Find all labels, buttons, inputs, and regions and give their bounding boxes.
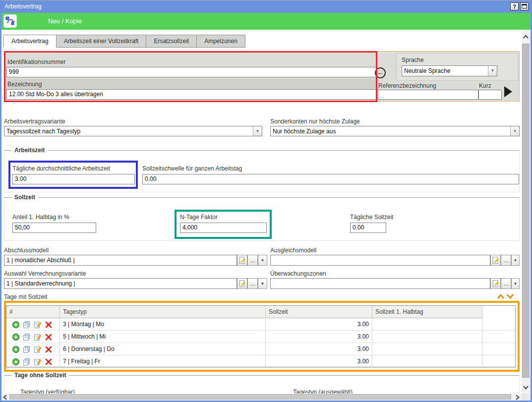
identifikationsnummer-label: Identifikationsnummer: [7, 58, 65, 65]
edit-row-icon[interactable]: [34, 321, 42, 329]
horizontal-scroll-thumb[interactable]: [9, 394, 511, 400]
chevron-down-icon[interactable]: ▼: [510, 126, 519, 136]
cell-halbtag[interactable]: [372, 318, 482, 331]
cell-empty: [482, 355, 515, 368]
abschlussmodell-input[interactable]: 1 | monatlicher Abschluß |: [4, 255, 237, 266]
bezeichnung-input[interactable]: 12.00 Std Mo-Do 3 alles übertragen: [6, 89, 378, 100]
cell-empty: [482, 318, 515, 331]
next-triangle-button[interactable]: [504, 86, 512, 97]
sonderkonten-select[interactable]: Nur höchste Zulage aus ▼: [270, 126, 520, 136]
copy-row-icon[interactable]: [23, 321, 31, 329]
cell-sollzeit[interactable]: 3.00: [266, 331, 372, 343]
referenzbezeichnung-input[interactable]: [378, 90, 478, 100]
cell-halbtag[interactable]: [372, 355, 482, 368]
abschlussmodell-ellipsis-button[interactable]: ...: [247, 255, 258, 266]
identifikationsnummer-input[interactable]: 999: [6, 67, 377, 77]
edit-row-icon[interactable]: [34, 345, 42, 353]
arbeitszeit-fieldset: Arbeitszeit Tägliche durchschnittliche A…: [4, 150, 520, 192]
window-button[interactable]: [520, 2, 529, 10]
bezeichnung-label: Bezeichnung: [7, 81, 42, 88]
sollzeit-legend: Sollzeit: [11, 194, 38, 201]
help-icon: ?: [513, 3, 516, 9]
chevron-left-icon: [3, 395, 7, 400]
tage-mit-sollzeit-label: Tage mit Sollzeit: [4, 293, 47, 300]
scroll-left-button[interactable]: [1, 394, 8, 401]
sprache-label: Sprache: [402, 57, 424, 63]
abschlussmodell-edit-button[interactable]: [237, 255, 247, 266]
tab-ersatzsollzeit[interactable]: Ersatzsollzeit: [146, 35, 197, 48]
copy-row-icon[interactable]: [23, 345, 31, 353]
verrechnungsvariante-edit-button[interactable]: [237, 278, 247, 289]
add-row-icon[interactable]: [12, 345, 20, 353]
table-row: 6 | Donnerstag | Do 3.00: [6, 343, 515, 355]
ausgleichsmodell-dropdown-button[interactable]: ▼: [511, 255, 520, 266]
cell-tagestyp[interactable]: 3 | Montag | Mo: [60, 318, 266, 331]
ellipsis-icon: ...: [250, 280, 255, 287]
sprache-select[interactable]: Neutrale Sprache ▼: [402, 65, 497, 76]
ueberwachungszonen-ellipsis-button[interactable]: ...: [501, 278, 511, 289]
copy-record-icon[interactable]: [3, 14, 17, 28]
add-row-icon[interactable]: [12, 358, 20, 366]
daily-avg-input[interactable]: 3.00: [12, 174, 135, 184]
vertical-scroll-thumb[interactable]: [522, 44, 530, 378]
kurz-input[interactable]: [478, 90, 502, 100]
chevron-down-icon[interactable]: ▼: [253, 126, 262, 136]
window-title: Arbeitsvertrag: [4, 3, 42, 10]
delete-row-icon[interactable]: [45, 333, 53, 341]
scroll-right-button[interactable]: [514, 394, 521, 401]
add-row-icon[interactable]: [12, 321, 20, 329]
verrechnungsvariante-input[interactable]: 1 | Standardverrechnung |: [4, 278, 237, 289]
verrechnungsvariante-label: Auswahl Verrechnungsvariante: [4, 270, 86, 277]
n-days-input[interactable]: 4,000: [180, 223, 267, 233]
delete-row-icon[interactable]: [45, 358, 53, 366]
chevron-down-icon[interactable]: ▼: [488, 66, 497, 76]
vertical-scrollbar[interactable]: [522, 31, 530, 394]
identification-section: Identifikationsnummer 999 Bezeichnung 12…: [4, 51, 520, 102]
bezeichnung-band: [5, 79, 379, 90]
tab-arbeitsvertrag[interactable]: Arbeitsvertrag: [3, 35, 57, 48]
cell-sollzeit[interactable]: 3.00: [266, 318, 372, 331]
scroll-up-button[interactable]: [522, 31, 530, 43]
cell-halbtag[interactable]: [372, 331, 482, 343]
ueberwachungszonen-edit-button[interactable]: [490, 278, 501, 289]
daily-avg-label: Tägliche durchschnittliche Arbeitszeit: [12, 165, 110, 172]
abschlussmodell-dropdown-button[interactable]: ▼: [258, 255, 267, 266]
threshold-label: Sollzeitschwelle für ganzen Arbeitstag: [142, 165, 242, 172]
cell-tagestyp[interactable]: 6 | Donnerstag | Do: [60, 343, 266, 355]
cell-sollzeit[interactable]: 3.00: [266, 355, 372, 368]
move-up-button[interactable]: [497, 293, 505, 299]
scroll-down-button[interactable]: [522, 382, 530, 394]
tab-ampelzonen[interactable]: Ampelzonen: [196, 35, 245, 48]
daily-sollzeit-input[interactable]: 0.00: [350, 223, 386, 233]
back-arrow-button[interactable]: ←: [375, 67, 386, 78]
table-row: 5 | Mittwoch | Mi 3.00: [6, 331, 515, 343]
delete-row-icon[interactable]: [45, 345, 53, 353]
add-row-icon[interactable]: [12, 333, 20, 341]
ausgleichsmodell-input[interactable]: [270, 255, 490, 266]
half-day-input[interactable]: 50,00: [12, 223, 96, 233]
cell-tagestyp[interactable]: 7 | Freitag | Fr: [60, 355, 266, 368]
verrechnungsvariante-dropdown-button[interactable]: ▼: [258, 278, 267, 289]
horizontal-scrollbar[interactable]: [1, 394, 522, 401]
chevron-down-icon: [523, 386, 529, 390]
threshold-input[interactable]: 0.00: [142, 174, 519, 184]
copy-row-icon[interactable]: [23, 333, 31, 341]
cell-tagestyp[interactable]: 5 | Mittwoch | Mi: [60, 331, 266, 343]
copy-row-icon[interactable]: [23, 358, 31, 366]
table-row: 7 | Freitag | Fr 3.00: [6, 355, 515, 368]
ueberwachungszonen-dropdown-button[interactable]: ▼: [511, 278, 520, 289]
tab-arbeitszeit-vollzeitkraft[interactable]: Arbeitszeit einer Vollzeitkraft: [56, 35, 147, 48]
ausgleichsmodell-edit-button[interactable]: [490, 255, 501, 266]
edit-row-icon[interactable]: [34, 333, 42, 341]
arbeitsvertragsvariante-select[interactable]: Tagessollzeit nach Tagestyp ▼: [4, 126, 262, 136]
move-down-button[interactable]: [506, 293, 514, 299]
cell-halbtag[interactable]: [372, 343, 482, 355]
help-button[interactable]: ?: [510, 2, 519, 10]
ueberwachungszonen-input[interactable]: [270, 278, 490, 289]
cell-sollzeit[interactable]: 3.00: [266, 343, 372, 355]
delete-row-icon[interactable]: [45, 321, 53, 329]
ausgleichsmodell-ellipsis-button[interactable]: ...: [501, 255, 511, 266]
verrechnungsvariante-ellipsis-button[interactable]: ...: [247, 278, 258, 289]
ueberwachungszonen-label: Überwachungszonen: [270, 270, 326, 277]
edit-row-icon[interactable]: [34, 358, 42, 366]
